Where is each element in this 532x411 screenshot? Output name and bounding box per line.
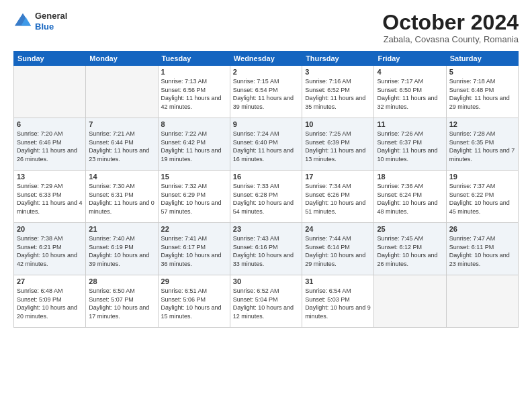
day-info: Sunrise: 7:13 AM Sunset: 6:56 PM Dayligh… (161, 77, 227, 111)
day-number: 18 (377, 173, 443, 181)
calendar-cell: 14Sunrise: 7:30 AM Sunset: 6:31 PM Dayli… (86, 171, 158, 223)
day-number: 3 (305, 68, 371, 76)
day-number: 2 (233, 68, 299, 76)
header: General Blue October 2024 Zabala, Covasn… (13, 11, 519, 44)
day-info: Sunrise: 7:29 AM Sunset: 6:33 PM Dayligh… (17, 182, 83, 216)
day-info: Sunrise: 6:52 AM Sunset: 5:04 PM Dayligh… (233, 287, 299, 320)
title-block: October 2024 Zabala, Covasna County, Rom… (382, 11, 519, 44)
logo: General Blue (13, 11, 67, 32)
calendar-cell: 27Sunrise: 6:48 AM Sunset: 5:09 PM Dayli… (14, 275, 86, 328)
calendar-cell: 1Sunrise: 7:13 AM Sunset: 6:56 PM Daylig… (158, 66, 230, 118)
day-info: Sunrise: 7:15 AM Sunset: 6:54 PM Dayligh… (233, 77, 299, 111)
day-number: 19 (449, 173, 515, 181)
calendar-cell: 7Sunrise: 7:21 AM Sunset: 6:44 PM Daylig… (86, 118, 158, 171)
calendar-cell: 25Sunrise: 7:45 AM Sunset: 6:12 PM Dayli… (374, 223, 446, 275)
calendar-cell: 6Sunrise: 7:20 AM Sunset: 6:46 PM Daylig… (14, 118, 86, 171)
logo-text: General Blue (35, 11, 67, 32)
day-info: Sunrise: 7:43 AM Sunset: 6:16 PM Dayligh… (233, 234, 299, 268)
logo-icon (13, 12, 32, 31)
day-info: Sunrise: 7:30 AM Sunset: 6:31 PM Dayligh… (89, 182, 154, 216)
calendar-cell: 5Sunrise: 7:18 AM Sunset: 6:48 PM Daylig… (446, 66, 518, 118)
day-of-week-header: Monday (86, 52, 158, 66)
day-info: Sunrise: 7:20 AM Sunset: 6:46 PM Dayligh… (17, 130, 83, 163)
day-of-week-header: Saturday (446, 52, 518, 66)
day-number: 5 (449, 68, 515, 76)
calendar-cell: 20Sunrise: 7:38 AM Sunset: 6:21 PM Dayli… (14, 223, 86, 275)
calendar-cell: 19Sunrise: 7:37 AM Sunset: 6:22 PM Dayli… (446, 171, 518, 223)
day-number: 26 (449, 225, 515, 233)
day-number: 23 (233, 225, 299, 233)
day-number: 12 (449, 120, 515, 128)
calendar-week-row: 20Sunrise: 7:38 AM Sunset: 6:21 PM Dayli… (14, 223, 519, 275)
calendar-cell: 2Sunrise: 7:15 AM Sunset: 6:54 PM Daylig… (230, 66, 302, 118)
day-info: Sunrise: 7:33 AM Sunset: 6:28 PM Dayligh… (233, 182, 299, 216)
calendar-cell: 9Sunrise: 7:24 AM Sunset: 6:40 PM Daylig… (230, 118, 302, 171)
day-of-week-header: Friday (374, 52, 446, 66)
calendar-cell (374, 275, 446, 328)
day-info: Sunrise: 7:34 AM Sunset: 6:26 PM Dayligh… (305, 182, 371, 216)
calendar-cell: 30Sunrise: 6:52 AM Sunset: 5:04 PM Dayli… (230, 275, 302, 328)
day-number: 9 (233, 120, 299, 128)
day-info: Sunrise: 7:36 AM Sunset: 6:24 PM Dayligh… (377, 182, 443, 216)
day-of-week-header: Tuesday (158, 52, 230, 66)
calendar-cell: 28Sunrise: 6:50 AM Sunset: 5:07 PM Dayli… (86, 275, 158, 328)
calendar-cell: 16Sunrise: 7:33 AM Sunset: 6:28 PM Dayli… (230, 171, 302, 223)
calendar-cell: 3Sunrise: 7:16 AM Sunset: 6:52 PM Daylig… (302, 66, 374, 118)
calendar-cell: 29Sunrise: 6:51 AM Sunset: 5:06 PM Dayli… (158, 275, 230, 328)
day-number: 22 (161, 225, 227, 233)
day-number: 30 (233, 277, 299, 285)
calendar-cell: 8Sunrise: 7:22 AM Sunset: 6:42 PM Daylig… (158, 118, 230, 171)
day-number: 15 (161, 173, 227, 181)
day-number: 28 (89, 277, 154, 285)
day-info: Sunrise: 6:48 AM Sunset: 5:09 PM Dayligh… (17, 287, 83, 320)
day-number: 20 (17, 225, 83, 233)
calendar-week-row: 27Sunrise: 6:48 AM Sunset: 5:09 PM Dayli… (14, 275, 519, 328)
day-of-week-header: Wednesday (230, 52, 302, 66)
day-number: 7 (89, 120, 154, 128)
day-info: Sunrise: 7:25 AM Sunset: 6:39 PM Dayligh… (305, 130, 371, 163)
day-info: Sunrise: 7:44 AM Sunset: 6:14 PM Dayligh… (305, 234, 371, 268)
day-of-week-header: Thursday (302, 52, 374, 66)
calendar-cell: 31Sunrise: 6:54 AM Sunset: 5:03 PM Dayli… (302, 275, 374, 328)
calendar-table: SundayMondayTuesdayWednesdayThursdayFrid… (13, 51, 519, 328)
day-number: 21 (89, 225, 154, 233)
day-info: Sunrise: 7:22 AM Sunset: 6:42 PM Dayligh… (161, 130, 227, 163)
calendar-cell: 21Sunrise: 7:40 AM Sunset: 6:19 PM Dayli… (86, 223, 158, 275)
day-info: Sunrise: 7:37 AM Sunset: 6:22 PM Dayligh… (449, 182, 515, 216)
calendar-cell: 10Sunrise: 7:25 AM Sunset: 6:39 PM Dayli… (302, 118, 374, 171)
calendar-cell: 4Sunrise: 7:17 AM Sunset: 6:50 PM Daylig… (374, 66, 446, 118)
day-info: Sunrise: 7:26 AM Sunset: 6:37 PM Dayligh… (377, 130, 443, 163)
day-info: Sunrise: 6:54 AM Sunset: 5:03 PM Dayligh… (305, 287, 371, 320)
day-number: 10 (305, 120, 371, 128)
day-number: 8 (161, 120, 227, 128)
calendar-cell (446, 275, 518, 328)
day-info: Sunrise: 7:21 AM Sunset: 6:44 PM Dayligh… (89, 130, 154, 163)
calendar-week-row: 13Sunrise: 7:29 AM Sunset: 6:33 PM Dayli… (14, 171, 519, 223)
day-number: 13 (17, 173, 83, 181)
calendar-cell: 17Sunrise: 7:34 AM Sunset: 6:26 PM Dayli… (302, 171, 374, 223)
day-number: 31 (305, 277, 371, 285)
day-number: 4 (377, 68, 443, 76)
day-number: 27 (17, 277, 83, 285)
day-number: 29 (161, 277, 227, 285)
day-info: Sunrise: 7:18 AM Sunset: 6:48 PM Dayligh… (449, 77, 515, 111)
calendar-cell: 13Sunrise: 7:29 AM Sunset: 6:33 PM Dayli… (14, 171, 86, 223)
calendar-cell: 24Sunrise: 7:44 AM Sunset: 6:14 PM Dayli… (302, 223, 374, 275)
day-info: Sunrise: 7:40 AM Sunset: 6:19 PM Dayligh… (89, 234, 154, 268)
calendar-week-row: 6Sunrise: 7:20 AM Sunset: 6:46 PM Daylig… (14, 118, 519, 171)
day-info: Sunrise: 6:51 AM Sunset: 5:06 PM Dayligh… (161, 287, 227, 320)
calendar-cell (14, 66, 86, 118)
day-info: Sunrise: 7:45 AM Sunset: 6:12 PM Dayligh… (377, 234, 443, 268)
calendar-cell: 12Sunrise: 7:28 AM Sunset: 6:35 PM Dayli… (446, 118, 518, 171)
day-info: Sunrise: 7:47 AM Sunset: 6:11 PM Dayligh… (449, 234, 515, 268)
calendar-cell: 15Sunrise: 7:32 AM Sunset: 6:29 PM Dayli… (158, 171, 230, 223)
calendar-cell: 11Sunrise: 7:26 AM Sunset: 6:37 PM Dayli… (374, 118, 446, 171)
day-number: 16 (233, 173, 299, 181)
day-info: Sunrise: 7:32 AM Sunset: 6:29 PM Dayligh… (161, 182, 227, 216)
day-info: Sunrise: 7:17 AM Sunset: 6:50 PM Dayligh… (377, 77, 443, 111)
day-info: Sunrise: 6:50 AM Sunset: 5:07 PM Dayligh… (89, 287, 154, 320)
day-info: Sunrise: 7:24 AM Sunset: 6:40 PM Dayligh… (233, 130, 299, 163)
calendar-cell (86, 66, 158, 118)
month-title: October 2024 (382, 11, 519, 34)
day-info: Sunrise: 7:16 AM Sunset: 6:52 PM Dayligh… (305, 77, 371, 111)
